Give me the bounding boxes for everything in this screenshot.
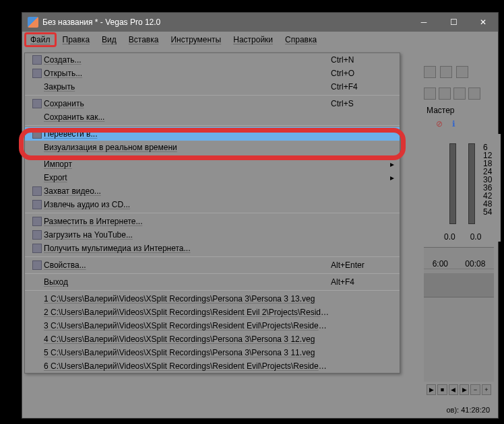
menu-file[interactable]: Файл bbox=[25, 33, 56, 46]
capture-icon bbox=[30, 186, 44, 196]
meter-val-r: 0.0 bbox=[470, 232, 482, 242]
menu-item[interactable]: Извлечь аудио из CD... bbox=[25, 198, 400, 211]
marker-icon[interactable] bbox=[424, 87, 436, 100]
meter-val-l: 0.0 bbox=[444, 232, 455, 242]
menu-item[interactable]: 4 C:\Users\Валерий\Videos\XSplit Recordi… bbox=[25, 332, 400, 346]
submenu-arrow-icon: ▸ bbox=[385, 173, 394, 182]
props-icon bbox=[30, 260, 44, 270]
brush-icon[interactable] bbox=[440, 66, 452, 78]
cut-icon[interactable] bbox=[453, 87, 466, 100]
maximize-button[interactable]: ☐ bbox=[439, 13, 468, 32]
menu-options[interactable]: Настройки bbox=[228, 33, 278, 46]
zoom-out-button[interactable]: − bbox=[470, 384, 480, 395]
menu-item[interactable]: 6 C:\Users\Валерий\Videos\XSplit Recordi… bbox=[25, 359, 400, 373]
menu-item-label: 4 C:\Users\Валерий\Videos\XSplit Recordi… bbox=[44, 334, 331, 344]
save-icon bbox=[30, 99, 44, 108]
menu-item-label: Закрыть bbox=[44, 82, 331, 92]
menubar: Файл Правка Вид Вставка Инструменты Наст… bbox=[22, 32, 498, 48]
menu-item[interactable]: 5 C:\Users\Валерий\Videos\XSplit Recordi… bbox=[25, 346, 400, 359]
menu-item[interactable]: Импорт▸ bbox=[25, 157, 400, 171]
menu-item[interactable]: Загрузить на YouTube... bbox=[25, 228, 400, 242]
menu-item-label: Открыть... bbox=[44, 69, 331, 78]
menu-item[interactable]: Перевести в... bbox=[25, 127, 400, 141]
menu-item[interactable]: ВыходAlt+F4 bbox=[25, 275, 400, 289]
menu-item-label: 1 C:\Users\Валерий\Videos\XSplit Recordi… bbox=[44, 294, 331, 304]
track[interactable] bbox=[424, 273, 494, 297]
stop-button[interactable]: ■ bbox=[437, 384, 447, 395]
titlebar: Без названия * - Vegas Pro 12.0 ─ ☐ ✕ bbox=[22, 13, 498, 32]
menu-help[interactable]: Справка bbox=[280, 33, 322, 46]
menu-item-label: Создать... bbox=[44, 55, 331, 65]
menu-tools[interactable]: Инструменты bbox=[165, 33, 226, 46]
timeline[interactable]: 6:00 00:08 bbox=[424, 247, 494, 398]
youtube-icon bbox=[30, 230, 44, 240]
menu-item[interactable]: 2 C:\Users\Валерий\Videos\XSplit Recordi… bbox=[25, 306, 400, 319]
menu-item[interactable]: Свойства...Alt+Enter bbox=[25, 258, 400, 272]
menu-item-label: Сохранить как... bbox=[44, 112, 331, 122]
menu-separator bbox=[25, 213, 400, 213]
menu-item[interactable]: Создать...Ctrl+N bbox=[25, 53, 400, 67]
menu-item[interactable]: ЗакрытьCtrl+F4 bbox=[25, 80, 400, 94]
meter-right bbox=[468, 143, 475, 224]
cd-icon bbox=[30, 200, 44, 209]
menu-edit[interactable]: Правка bbox=[57, 33, 96, 46]
menu-separator bbox=[25, 290, 400, 291]
menu-item-label: Визуализация в реальном времени bbox=[44, 143, 331, 152]
menu-item[interactable]: Получить мультимедиа из Интернета... bbox=[25, 242, 400, 255]
toolbar-upper bbox=[424, 64, 494, 80]
menu-item[interactable]: Export▸ bbox=[25, 171, 400, 184]
toolbar-lower bbox=[424, 85, 494, 102]
menu-item[interactable]: 3 C:\Users\Валерий\Videos\XSplit Recordi… bbox=[25, 319, 400, 332]
menu-separator bbox=[25, 155, 400, 156]
menu-item-shortcut: Ctrl+F4 bbox=[331, 82, 385, 92]
mute-icon[interactable]: ⊘ bbox=[436, 119, 443, 129]
menu-item-label: Сохранить bbox=[44, 99, 331, 108]
transport-controls: ▶ ■ ◀ ▶ − + bbox=[424, 382, 494, 398]
close-button[interactable]: ✕ bbox=[468, 13, 498, 32]
status-bar: ов): 41:28:20 bbox=[446, 406, 490, 414]
menu-separator bbox=[25, 256, 400, 257]
submenu-arrow-icon: ▸ bbox=[385, 160, 394, 169]
minimize-button[interactable]: ─ bbox=[409, 13, 439, 32]
render-icon bbox=[30, 129, 44, 139]
time-ruler[interactable]: 6:00 00:08 bbox=[424, 248, 494, 269]
menu-item-label: Импорт bbox=[44, 160, 331, 169]
play-button[interactable]: ▶ bbox=[427, 384, 436, 395]
sync-icon[interactable] bbox=[439, 87, 451, 100]
menu-item[interactable]: Разместить в Интернете... bbox=[25, 215, 400, 228]
window-title: Без названия * - Vegas Pro 12.0 bbox=[42, 17, 160, 27]
open-icon bbox=[30, 69, 44, 78]
master-label: Мастер bbox=[427, 106, 455, 115]
wand-icon[interactable] bbox=[456, 66, 468, 78]
audio-meters: 61218 243036 424854 0.0 0.0 bbox=[427, 134, 501, 242]
menu-item[interactable]: Визуализация в реальном времени bbox=[25, 141, 400, 154]
menu-item[interactable]: Захват видео... bbox=[25, 184, 400, 198]
menu-view[interactable]: Вид bbox=[96, 33, 122, 46]
menu-item[interactable]: СохранитьCtrl+S bbox=[25, 97, 400, 110]
zoom-in-button[interactable]: + bbox=[482, 384, 491, 395]
file-menu-dropdown: Создать...Ctrl+NОткрыть...Ctrl+OЗакрытьC… bbox=[24, 52, 400, 374]
meter-scale: 61218 243036 424854 bbox=[483, 143, 492, 216]
menu-item-label: Захват видео... bbox=[44, 186, 331, 196]
prev-button[interactable]: ◀ bbox=[449, 384, 458, 395]
menu-item-shortcut: Ctrl+S bbox=[331, 99, 385, 108]
menu-item[interactable]: 1 C:\Users\Валерий\Videos\XSplit Recordi… bbox=[25, 292, 400, 306]
menu-insert[interactable]: Вставка bbox=[123, 33, 164, 46]
menu-item-label: Разместить в Интернете... bbox=[44, 217, 331, 226]
menu-item-label: 6 C:\Users\Валерий\Videos\XSplit Recordi… bbox=[44, 361, 331, 371]
menu-item-label: Получить мультимедиа из Интернета... bbox=[44, 244, 331, 253]
info-icon[interactable]: ℹ bbox=[452, 119, 455, 129]
new-icon bbox=[30, 55, 44, 65]
meter-left bbox=[449, 143, 456, 224]
menu-item[interactable]: Сохранить как... bbox=[25, 110, 400, 124]
menu-item-label: Свойства... bbox=[44, 260, 331, 270]
tool-icon[interactable] bbox=[424, 66, 436, 78]
download-icon bbox=[30, 244, 44, 253]
menu-item-shortcut: Ctrl+N bbox=[331, 55, 385, 65]
menu-item-label: Загрузить на YouTube... bbox=[44, 230, 331, 240]
menu-item[interactable]: Открыть...Ctrl+O bbox=[25, 67, 400, 80]
next-button[interactable]: ▶ bbox=[460, 384, 469, 395]
menu-item-label: 3 C:\Users\Валерий\Videos\XSplit Recordi… bbox=[44, 321, 331, 330]
menu-item-label: 2 C:\Users\Валерий\Videos\XSplit Recordi… bbox=[44, 308, 331, 317]
grid-icon[interactable] bbox=[468, 87, 480, 100]
